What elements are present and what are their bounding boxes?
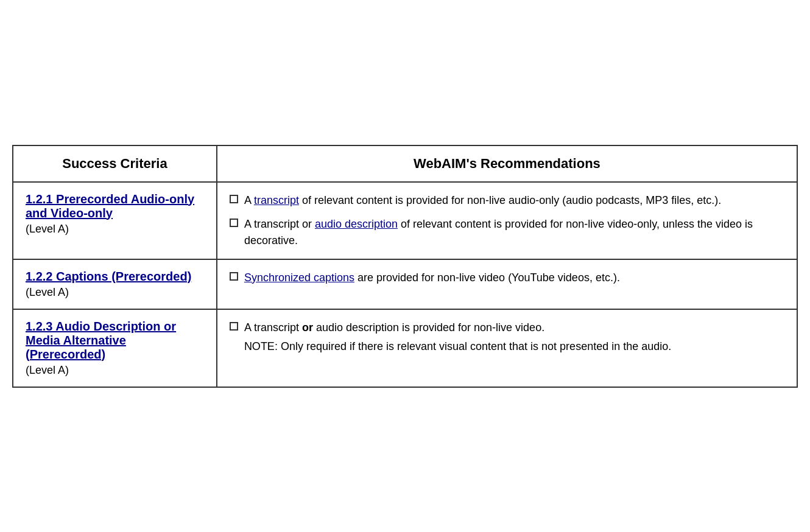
list-item: A transcript or audio description of rel…: [230, 216, 784, 249]
main-table-wrapper: Success Criteria WebAIM's Recommendation…: [12, 145, 798, 388]
header-recommendations: WebAIM's Recommendations: [217, 145, 797, 182]
recommendations-cell-1: A transcript of relevant content is prov…: [217, 182, 797, 259]
criteria-cell-1: 1.2.1 Prerecorded Audio-only and Video-o…: [13, 182, 217, 259]
list-item: A transcript of relevant content is prov…: [230, 192, 784, 209]
header-success-criteria: Success Criteria: [13, 145, 217, 182]
bullet-icon-1: [230, 195, 238, 203]
rec-text-2-1: Synchronized captions are provided for n…: [244, 270, 620, 286]
list-item: A transcript or audio description is pro…: [230, 320, 784, 336]
transcript-link-1[interactable]: transcript: [254, 194, 299, 206]
recommendations-cell-3: A transcript or audio description is pro…: [217, 309, 797, 387]
synchronized-captions-link[interactable]: Synchronized captions: [244, 271, 354, 284]
table-row: 1.2.3 Audio Description or Media Alterna…: [13, 309, 797, 387]
audio-description-link-1[interactable]: audio description: [315, 218, 398, 230]
criteria-cell-3: 1.2.3 Audio Description or Media Alterna…: [13, 309, 217, 387]
rec-list-1: A transcript of relevant content is prov…: [230, 192, 784, 249]
bullet-icon-3: [230, 272, 238, 281]
criteria-link-1[interactable]: 1.2.1 Prerecorded Audio-only and Video-o…: [26, 192, 204, 220]
level-label-3: (Level A): [26, 364, 69, 376]
rec-text-1-2: A transcript or audio description of rel…: [244, 216, 784, 249]
wcag-table: Success Criteria WebAIM's Recommendation…: [12, 145, 798, 388]
level-label-1: (Level A): [26, 223, 69, 235]
table-row: 1.2.2 Captions (Prerecorded) (Level A) S…: [13, 259, 797, 309]
table-header-row: Success Criteria WebAIM's Recommendation…: [13, 145, 797, 182]
rec-list-2: Synchronized captions are provided for n…: [230, 270, 784, 286]
note-text-3: NOTE: Only required if there is relevant…: [230, 338, 784, 355]
criteria-cell-2: 1.2.2 Captions (Prerecorded) (Level A): [13, 259, 217, 309]
table-row: 1.2.1 Prerecorded Audio-only and Video-o…: [13, 182, 797, 259]
bullet-icon-4: [230, 322, 238, 331]
bold-or: or: [302, 321, 313, 334]
criteria-link-2[interactable]: 1.2.2 Captions (Prerecorded): [26, 270, 204, 284]
bullet-icon-2: [230, 219, 238, 227]
criteria-link-3[interactable]: 1.2.3 Audio Description or Media Alterna…: [26, 320, 204, 362]
rec-text-3-1: A transcript or audio description is pro…: [244, 320, 544, 336]
level-label-2: (Level A): [26, 286, 69, 298]
list-item: Synchronized captions are provided for n…: [230, 270, 784, 286]
rec-list-3: A transcript or audio description is pro…: [230, 320, 784, 336]
rec-text-1-1: A transcript of relevant content is prov…: [244, 192, 721, 209]
recommendations-cell-2: Synchronized captions are provided for n…: [217, 259, 797, 309]
